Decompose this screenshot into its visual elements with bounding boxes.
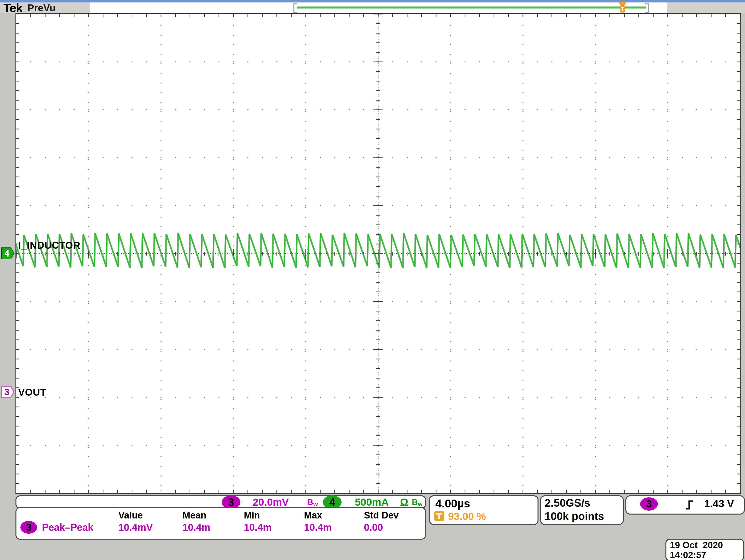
channel-4-coupling: Ω	[400, 496, 408, 508]
date-text: 19 Oct 2020	[670, 540, 723, 551]
meas-stddev: 0.00	[364, 522, 383, 533]
top-edge-bar	[0, 0, 745, 2]
record-start-bracket	[293, 3, 297, 13]
rising-edge-icon	[684, 498, 695, 510]
time-text: 14:02:57	[670, 550, 706, 560]
meas-header-value: Value	[118, 510, 143, 521]
oscilloscope-screen: Tek PreVu 4 I_INDUCTOR 3 VOUT 3 20.0mV B…	[0, 0, 745, 560]
channel-3-label: VOUT	[18, 387, 46, 398]
channel-3-bandwidth-icon: BW	[307, 497, 318, 507]
channel-readout-box: 3 20.0mV BW 4 500mA Ω BW	[15, 495, 426, 509]
graticule	[15, 13, 741, 494]
channel-4-label: I_INDUCTOR	[18, 240, 80, 251]
measurement-table: Value Mean Min Max Std Dev 3 Peak–Peak 1…	[15, 507, 426, 539]
meas-value: 10.4mV	[118, 522, 153, 533]
channel-4-scale[interactable]: 500mA	[355, 496, 389, 508]
menu-bar: Tek PreVu	[0, 2, 745, 13]
acquisition-preview-strip	[90, 2, 668, 13]
trigger-source-badge[interactable]: 3	[640, 497, 658, 510]
meas-max: 10.4m	[304, 522, 332, 533]
trigger-position-percent[interactable]: 93.00 %	[448, 510, 486, 522]
sample-rate: 2.50GS/s	[545, 497, 590, 509]
record-length: 100k points	[545, 510, 604, 522]
meas-mean: 10.4m	[183, 522, 210, 533]
meas-min: 10.4m	[244, 522, 271, 533]
meas-header-max: Max	[304, 510, 322, 521]
channel-3-marker[interactable]: 3	[1, 385, 15, 398]
meas-header-stddev: Std Dev	[364, 510, 398, 521]
meas-name: Peak–Peak	[42, 522, 93, 533]
timebase-scale[interactable]: 4.00µs	[435, 497, 470, 510]
acquisition-box: 2.50GS/s 100k points	[540, 495, 624, 525]
channel-3-scale[interactable]: 20.0mV	[253, 496, 289, 508]
waveform-display	[16, 14, 740, 493]
channel-4-bandwidth-icon: BW	[412, 497, 423, 507]
trigger-position-pin-icon[interactable]	[618, 1, 627, 13]
acquisition-status: PreVu	[28, 2, 56, 13]
datetime-box: 19 Oct 2020 14:02:57	[666, 539, 744, 560]
record-window-line	[297, 7, 646, 8]
channel-4-marker[interactable]: 4	[1, 247, 15, 260]
svg-text:4: 4	[4, 248, 9, 258]
trigger-position-icon	[434, 511, 444, 521]
trigger-box: 3 1.43 V	[625, 495, 745, 515]
meas-header-mean: Mean	[183, 510, 206, 521]
record-end-bracket	[645, 3, 649, 13]
timebase-box: 4.00µs 93.00 %	[429, 495, 539, 525]
svg-text:3: 3	[4, 387, 9, 397]
meas-source-badge: 3	[21, 521, 37, 534]
meas-header-min: Min	[244, 510, 260, 521]
trigger-level[interactable]: 1.43 V	[704, 498, 734, 510]
